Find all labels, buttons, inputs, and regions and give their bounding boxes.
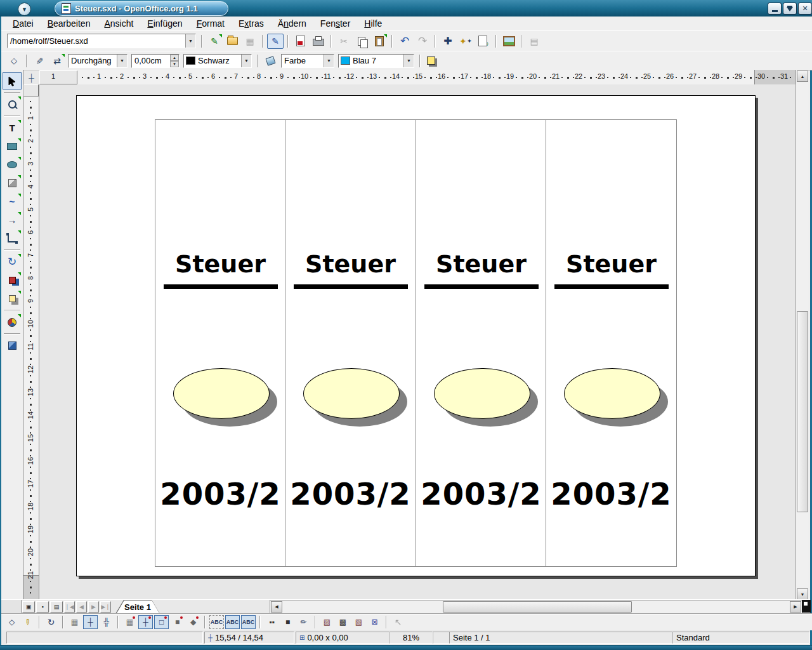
fill-type-dropdown[interactable]: ▼: [324, 55, 334, 67]
fill-color-combobox[interactable]: Blau 7 ▼: [338, 54, 414, 68]
close-button[interactable]: ✕: [798, 3, 812, 15]
interaction-tool[interactable]: [3, 337, 22, 354]
maximize-button[interactable]: [783, 3, 797, 15]
label-ellipse-shape[interactable]: [564, 368, 659, 418]
rotate-tool[interactable]: ↻: [3, 253, 22, 270]
menu-item-extras[interactable]: Extras: [232, 18, 270, 29]
label-column[interactable]: Steuer 2003/2: [285, 119, 416, 567]
snap-to-object-points-icon[interactable]: ◆: [186, 615, 200, 629]
edit-points-mode-icon[interactable]: ◇: [4, 615, 19, 629]
glue-points-icon[interactable]: ✎: [18, 612, 38, 632]
menu-item-hilfe[interactable]: Hilfe: [358, 18, 388, 29]
label-ellipse-shape[interactable]: [173, 368, 268, 418]
tab-seite-1[interactable]: Seite 1: [115, 600, 160, 614]
arrow-style-icon[interactable]: ⇄: [49, 53, 65, 69]
label-underline-bar[interactable]: [554, 284, 669, 289]
show-grid-icon[interactable]: ▦: [67, 615, 82, 629]
line-style-pen-icon[interactable]: ✎: [32, 53, 47, 69]
line-width-spinner[interactable]: 0,00cm ▲▼: [131, 54, 180, 68]
label-underline-bar[interactable]: [424, 284, 539, 289]
menu-item-fenster[interactable]: Fenster: [314, 18, 357, 29]
drawing-area[interactable]: Steuer 2003/2 Steuer 2003/2 Steuer 2003/…: [39, 84, 796, 599]
gallery-icon[interactable]: [501, 34, 517, 49]
lines-arrows-tool[interactable]: →: [3, 211, 22, 229]
label-column[interactable]: Steuer 2003/2: [546, 119, 677, 567]
text-placeholder-icon[interactable]: ▧: [351, 615, 366, 629]
menu-item-format[interactable]: Format: [190, 18, 231, 29]
paste-icon[interactable]: [371, 34, 388, 49]
spin-down-icon[interactable]: ▼: [170, 61, 179, 67]
undo-icon[interactable]: ↶: [396, 34, 413, 49]
3d-objects-tool[interactable]: [3, 175, 22, 192]
previous-page-button[interactable]: ◀: [76, 601, 87, 613]
quick-editing-icon[interactable]: ABC: [209, 615, 224, 629]
view-mode-layers-button[interactable]: ▣: [22, 601, 35, 613]
export-pdf-icon[interactable]: [292, 34, 309, 49]
vertical-ruler[interactable]: 123456789101112131415161718192021: [23, 84, 39, 599]
horizontal-scrollbar-thumb[interactable]: [443, 601, 632, 613]
contour-mode-icon[interactable]: ▩: [336, 615, 350, 629]
picture-placeholder-icon[interactable]: ▨: [320, 615, 334, 629]
copy-icon[interactable]: [353, 34, 370, 49]
spin-up-icon[interactable]: ▲: [170, 55, 179, 61]
menu-item-ndern[interactable]: Ändern: [272, 18, 313, 29]
label-underline-bar[interactable]: [164, 284, 278, 289]
new-document-icon[interactable]: ✎: [206, 34, 223, 49]
scroll-left-button[interactable]: ◀: [271, 601, 282, 613]
minimize-button[interactable]: [768, 3, 782, 15]
label-title-text[interactable]: Steuer: [566, 250, 657, 278]
vertical-scrollbar[interactable]: ▲ ▼: [796, 70, 808, 600]
label-title-text[interactable]: Steuer: [436, 250, 527, 278]
url-dropdown-button[interactable]: ▼: [185, 34, 195, 48]
save-icon[interactable]: ▦: [242, 34, 258, 49]
label-column[interactable]: Steuer 2003/2: [416, 119, 547, 567]
snap-to-snap-lines-icon[interactable]: ┼: [138, 615, 153, 629]
zoom-tool[interactable]: [3, 96, 22, 113]
ruler-origin-button[interactable]: ┼: [23, 70, 40, 85]
edit-file-icon[interactable]: ✎: [267, 34, 284, 49]
menu-item-bearbeiten[interactable]: Bearbeiten: [41, 18, 97, 29]
ellipse-tool[interactable]: [3, 156, 22, 173]
rectangle-tool[interactable]: [3, 138, 22, 155]
menu-item-einfgen[interactable]: Einfügen: [141, 18, 188, 29]
select-tool[interactable]: [3, 72, 22, 90]
double-click-edit-text-icon[interactable]: ABC: [241, 615, 256, 629]
label-ellipse-shape[interactable]: [303, 368, 398, 418]
arrange-tool[interactable]: [3, 290, 22, 307]
alignment-tool[interactable]: [3, 272, 22, 289]
label-year-text[interactable]: 2003/2: [290, 476, 411, 512]
line-style-dropdown[interactable]: ▼: [117, 55, 127, 67]
snap-to-object-border-icon[interactable]: ■: [170, 615, 185, 629]
scroll-right-button[interactable]: ▶: [790, 601, 801, 613]
preview-icon[interactable]: ▤: [526, 34, 542, 49]
label-underline-bar[interactable]: [294, 284, 408, 289]
page-canvas[interactable]: Steuer 2003/2 Steuer 2003/2 Steuer 2003/…: [76, 95, 756, 576]
snap-to-grid-icon[interactable]: ▦: [122, 615, 137, 629]
open-icon[interactable]: [224, 34, 240, 49]
line-color-combobox[interactable]: Schwarz ▼: [183, 54, 252, 68]
cut-icon[interactable]: ✂: [336, 34, 352, 49]
line-style-combobox[interactable]: Durchgäng ▼: [68, 54, 128, 68]
horizontal-scrollbar[interactable]: ◀ ▶: [270, 600, 802, 614]
label-year-text[interactable]: 2003/2: [160, 476, 281, 512]
menu-item-ansicht[interactable]: Ansicht: [98, 18, 140, 29]
horizontal-ruler[interactable]: 1123456789101112131415161718192021222324…: [39, 70, 796, 85]
edit-points-icon[interactable]: ◇: [6, 53, 22, 69]
scroll-up-button[interactable]: ▲: [797, 70, 808, 82]
menu-item-datei[interactable]: Datei: [6, 18, 40, 29]
fill-style-icon[interactable]: [262, 53, 278, 69]
hyperlink-icon[interactable]: ◉: [475, 34, 492, 49]
next-page-button[interactable]: ▶: [88, 601, 99, 613]
label-year-text[interactable]: 2003/2: [421, 476, 542, 512]
text-tool[interactable]: T: [3, 119, 22, 136]
curve-tool[interactable]: ~: [3, 193, 22, 210]
fill-color-dropdown[interactable]: ▼: [403, 55, 414, 67]
rotation-mode-icon[interactable]: ↻: [44, 615, 58, 629]
label-year-text[interactable]: 2003/2: [551, 476, 672, 512]
view-mode-outline-button[interactable]: ▤: [50, 601, 63, 613]
show-snap-lines-icon[interactable]: ┼: [83, 615, 98, 629]
print-icon[interactable]: [310, 34, 327, 49]
label-title-text[interactable]: Steuer: [305, 250, 396, 278]
helplines-while-moving-icon[interactable]: ╬: [99, 615, 114, 629]
resize-grip[interactable]: [802, 600, 811, 613]
